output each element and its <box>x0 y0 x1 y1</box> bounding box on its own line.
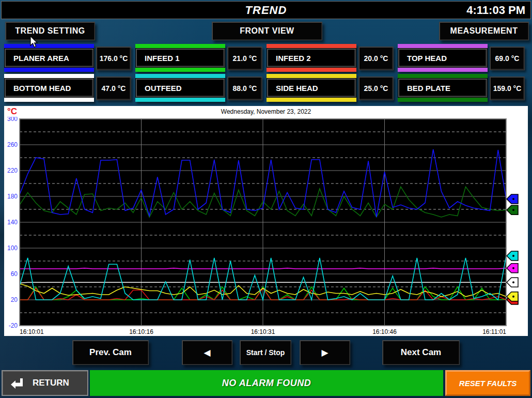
svg-text:60: 60 <box>11 270 18 278</box>
channel-label-bed-plate: BED PLATE <box>398 79 487 97</box>
chart-date-title: Wednesday, November 23, 2022 <box>4 108 528 115</box>
reset-faults-button[interactable]: RESET FAULTS <box>445 370 530 396</box>
channel-value-top-head: 69.0 °C <box>490 47 525 70</box>
channel-label-top-head: TOP HEAD <box>398 49 487 67</box>
channel-button-outfeed[interactable]: OUTFEED <box>135 74 225 102</box>
channel-group-side-head: SIDE HEAD25.0 °C <box>267 74 394 102</box>
channel-group-bed-plate: BED PLATE159.0 °C <box>398 74 525 102</box>
channel-group-infeed-2: INFEED 220.0 °C <box>267 44 394 72</box>
step-back-button[interactable]: ◀ <box>182 340 232 365</box>
channel-group-infeed-1: INFEED 121.0 °C <box>135 44 262 72</box>
right-arrow-icon: ▶ <box>321 347 328 358</box>
trend-setting-label: TREND SETTING <box>15 26 85 36</box>
next-cam-label: Next Cam <box>401 347 441 358</box>
channel-group-planer-area: PLANER AREA176.0 °C <box>4 44 131 72</box>
channel-label-bottom-head: BOTTOM HEAD <box>5 79 93 97</box>
start-stop-label: Start / Stop <box>246 348 285 357</box>
prev-cam-button[interactable]: Prev. Cam <box>72 340 149 365</box>
alarm-status-bar: NO ALARM FOUND <box>90 370 443 396</box>
svg-text:16:10:31: 16:10:31 <box>251 328 275 335</box>
svg-text:-20: -20 <box>9 322 18 329</box>
channel-button-bed-plate[interactable]: BED PLATE <box>398 74 488 102</box>
trend-chart-panel: °C Wednesday, November 23, 2022 30026022… <box>4 106 528 336</box>
svg-text:220: 220 <box>7 167 18 174</box>
trend-chart: 3002602201801401006020-2016:10:0116:10:1… <box>4 117 528 336</box>
channel-grid: PLANER AREA176.0 °CINFEED 121.0 °CINFEED… <box>4 44 529 104</box>
left-arrow-icon: ◀ <box>204 347 210 358</box>
front-view-label: FRONT VIEW <box>240 26 294 36</box>
svg-text:180: 180 <box>7 193 18 200</box>
clock: 4:11:03 PM <box>466 4 525 17</box>
channel-button-bottom-head[interactable]: BOTTOM HEAD <box>4 74 94 102</box>
channel-value-bed-plate: 159.0 °C <box>490 76 525 100</box>
channel-group-top-head: TOP HEAD69.0 °C <box>398 44 525 72</box>
return-button[interactable]: RETURN <box>2 370 88 396</box>
alarm-status-text: NO ALARM FOUND <box>222 378 311 389</box>
svg-text:20: 20 <box>11 296 18 303</box>
title-bar: TREND 4:11:03 PM <box>1 1 531 19</box>
channel-label-infeed-2: INFEED 2 <box>267 49 356 67</box>
channel-row-1: PLANER AREA176.0 °CINFEED 121.0 °CINFEED… <box>4 44 529 72</box>
front-view-button[interactable]: FRONT VIEW <box>212 22 322 40</box>
svg-text:16:10:16: 16:10:16 <box>129 328 153 335</box>
page-title: TREND <box>2 4 530 17</box>
channel-value-infeed-2: 20.0 °C <box>358 47 394 70</box>
measurement-button[interactable]: MEASUREMENT <box>439 22 529 40</box>
svg-text:260: 260 <box>7 141 18 148</box>
svg-text:140: 140 <box>7 219 18 226</box>
channel-row-2: BOTTOM HEAD47.0 °COUTFEED88.0 °CSIDE HEA… <box>4 74 529 102</box>
channel-label-infeed-1: INFEED 1 <box>136 49 225 67</box>
channel-button-infeed-1[interactable]: INFEED 1 <box>135 44 225 72</box>
channel-group-bottom-head: BOTTOM HEAD47.0 °C <box>4 74 131 102</box>
svg-text:16:10:46: 16:10:46 <box>372 328 397 335</box>
channel-button-top-head[interactable]: TOP HEAD <box>398 44 488 72</box>
trend-setting-button[interactable]: TREND SETTING <box>5 22 95 40</box>
channel-label-planer-area: PLANER AREA <box>5 49 93 67</box>
svg-text:100: 100 <box>7 244 18 252</box>
channel-button-infeed-2[interactable]: INFEED 2 <box>267 44 356 72</box>
channel-value-bottom-head: 47.0 °C <box>96 76 131 100</box>
channel-label-side-head: SIDE HEAD <box>267 79 356 97</box>
channel-label-outfeed: OUTFEED <box>136 79 225 97</box>
channel-value-side-head: 25.0 °C <box>358 76 394 100</box>
channel-button-planer-area[interactable]: PLANER AREA <box>4 44 94 72</box>
reset-faults-label: RESET FAULTS <box>459 379 517 388</box>
channel-value-planer-area: 176.0 °C <box>96 47 131 70</box>
svg-text:300: 300 <box>7 117 18 123</box>
channel-group-outfeed: OUTFEED88.0 °C <box>135 74 262 102</box>
next-cam-button[interactable]: Next Cam <box>382 340 460 365</box>
channel-button-side-head[interactable]: SIDE HEAD <box>267 74 356 102</box>
measurement-label: MEASUREMENT <box>450 26 518 36</box>
return-label: RETURN <box>33 378 69 388</box>
channel-value-infeed-1: 21.0 °C <box>227 47 262 70</box>
prev-cam-label: Prev. Cam <box>89 347 132 358</box>
channel-value-outfeed: 88.0 °C <box>227 76 262 100</box>
svg-text:16:10:01: 16:10:01 <box>20 328 44 335</box>
step-forward-button[interactable]: ▶ <box>300 340 350 365</box>
start-stop-button[interactable]: Start / Stop <box>240 340 291 365</box>
return-arrow-icon <box>10 376 25 390</box>
svg-text:16:11:01: 16:11:01 <box>482 328 506 335</box>
